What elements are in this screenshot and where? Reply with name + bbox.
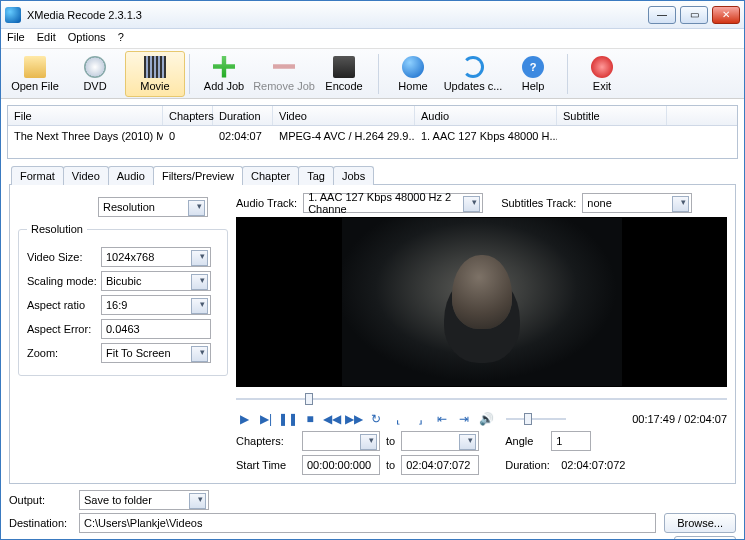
- destination-input[interactable]: C:\Users\Plankje\Videos: [79, 513, 656, 533]
- col-audio[interactable]: Audio: [415, 106, 557, 125]
- plus-icon: [213, 56, 235, 78]
- output-section: Output: Save to folder Destination: C:\U…: [9, 490, 736, 540]
- title-bar: XMedia Recode 2.3.1.3 — ▭ ✕: [1, 1, 744, 29]
- zoom-select[interactable]: Fit To Screen: [101, 343, 211, 363]
- col-file[interactable]: File: [8, 106, 163, 125]
- toolbar-separator: [189, 54, 190, 94]
- remove-job-button: Remove Job: [254, 51, 314, 97]
- resolution-group: Resolution Video Size:1024x768 Scaling m…: [18, 223, 228, 376]
- duration-label: Duration:: [505, 459, 555, 471]
- audio-track-select[interactable]: 1. AAC 127 Kbps 48000 Hz 2 Channe: [303, 193, 483, 213]
- tab-video[interactable]: Video: [63, 166, 109, 185]
- menu-help[interactable]: ?: [118, 31, 124, 46]
- preview-frame: [342, 218, 622, 386]
- disc-icon: [84, 56, 106, 78]
- tab-chapter[interactable]: Chapter: [242, 166, 299, 185]
- preview-area: Audio Track: 1. AAC 127 Kbps 48000 Hz 2 …: [236, 193, 727, 475]
- exit-button[interactable]: Exit: [572, 51, 632, 97]
- to-label: to: [386, 435, 395, 447]
- menu-bar: File Edit Options ?: [1, 29, 744, 49]
- volume-slider[interactable]: [506, 411, 566, 427]
- video-size-label: Video Size:: [27, 251, 101, 263]
- seek-slider[interactable]: [236, 391, 727, 405]
- scaling-select[interactable]: Bicubic: [101, 271, 211, 291]
- goto-in-icon[interactable]: ⇤: [434, 411, 450, 427]
- add-job-button[interactable]: Add Job: [194, 51, 254, 97]
- video-preview[interactable]: [236, 217, 727, 387]
- scaling-label: Scaling mode:: [27, 275, 101, 287]
- pause-icon[interactable]: ❚❚: [280, 411, 296, 427]
- movie-button[interactable]: Movie: [125, 51, 185, 97]
- close-button[interactable]: ✕: [712, 6, 740, 24]
- browse-button[interactable]: Browse...: [664, 513, 736, 533]
- aspect-select[interactable]: 16:9: [101, 295, 211, 315]
- film-icon: [144, 56, 166, 78]
- help-button[interactable]: ?Help: [503, 51, 563, 97]
- cell-chapters: 0: [163, 130, 213, 142]
- menu-options[interactable]: Options: [68, 31, 106, 46]
- cell-file: The Next Three Days (2010) MV4 NL ...: [8, 130, 163, 142]
- mark-in-icon[interactable]: ⸤: [390, 411, 406, 427]
- cell-audio: 1. AAC 127 Kbps 48000 H...: [415, 130, 557, 142]
- toolbar: Open File DVD Movie Add Job Remove Job E…: [1, 49, 744, 99]
- chapters-label: Chapters:: [236, 435, 296, 447]
- destination-label: Destination:: [9, 517, 71, 529]
- col-subtitle[interactable]: Subtitle: [557, 106, 667, 125]
- tab-filters[interactable]: Filters/Preview: [153, 166, 243, 185]
- menu-edit[interactable]: Edit: [37, 31, 56, 46]
- minimize-button[interactable]: —: [648, 6, 676, 24]
- time-display: 00:17:49 / 02:04:07: [632, 413, 727, 425]
- aspect-label: Aspect ratio: [27, 299, 101, 311]
- folder-open-icon: [24, 56, 46, 78]
- open-button[interactable]: Open...: [674, 536, 736, 540]
- tab-jobs[interactable]: Jobs: [333, 166, 374, 185]
- file-row[interactable]: The Next Three Days (2010) MV4 NL ... 0 …: [8, 126, 737, 146]
- player-controls: ▶ ▶| ❚❚ ■ ◀◀ ▶▶ ↻ ⸤ ⸥ ⇤ ⇥ 🔊 00:17:49 / 0…: [236, 411, 727, 427]
- play-icon[interactable]: ▶: [236, 411, 252, 427]
- filters-left: Resolution Resolution Video Size:1024x76…: [18, 193, 228, 475]
- end-time-input[interactable]: 02:04:07:072: [401, 455, 479, 475]
- volume-icon[interactable]: 🔊: [478, 411, 494, 427]
- forward-icon[interactable]: ▶▶: [346, 411, 362, 427]
- chapter-from-select[interactable]: [302, 431, 380, 451]
- start-time-label: Start Time: [236, 459, 296, 471]
- mark-out-icon[interactable]: ⸥: [412, 411, 428, 427]
- help-icon: ?: [522, 56, 544, 78]
- resolution-legend: Resolution: [27, 223, 87, 235]
- output-mode-select[interactable]: Save to folder: [79, 490, 209, 510]
- angle-input[interactable]: 1: [551, 431, 591, 451]
- to-label-2: to: [386, 459, 395, 471]
- aspect-error-input[interactable]: 0.0463: [101, 319, 211, 339]
- app-icon: [5, 7, 21, 23]
- home-button[interactable]: Home: [383, 51, 443, 97]
- goto-out-icon[interactable]: ⇥: [456, 411, 472, 427]
- filters-panel: Resolution Resolution Video Size:1024x76…: [9, 184, 736, 484]
- maximize-button[interactable]: ▭: [680, 6, 708, 24]
- chapter-to-select[interactable]: [401, 431, 479, 451]
- cell-duration: 02:04:07: [213, 130, 273, 142]
- start-time-input[interactable]: 00:00:00:000: [302, 455, 380, 475]
- tab-audio[interactable]: Audio: [108, 166, 154, 185]
- col-duration[interactable]: Duration: [213, 106, 273, 125]
- rewind-icon[interactable]: ◀◀: [324, 411, 340, 427]
- open-file-button[interactable]: Open File: [5, 51, 65, 97]
- loop-icon[interactable]: ↻: [368, 411, 384, 427]
- encode-button[interactable]: Encode: [314, 51, 374, 97]
- filter-type-select[interactable]: Resolution: [98, 197, 208, 217]
- subtitle-track-label: Subtitles Track:: [501, 197, 576, 209]
- zoom-label: Zoom:: [27, 347, 101, 359]
- col-video[interactable]: Video: [273, 106, 415, 125]
- video-size-select[interactable]: 1024x768: [101, 247, 211, 267]
- menu-file[interactable]: File: [7, 31, 25, 46]
- file-list[interactable]: File Chapters Duration Video Audio Subti…: [7, 105, 738, 159]
- updates-button[interactable]: Updates c...: [443, 51, 503, 97]
- minus-icon: [273, 56, 295, 78]
- subtitle-track-select[interactable]: none: [582, 193, 692, 213]
- next-frame-icon[interactable]: ▶|: [258, 411, 274, 427]
- stop-icon[interactable]: ■: [302, 411, 318, 427]
- col-chapters[interactable]: Chapters: [163, 106, 213, 125]
- tab-format[interactable]: Format: [11, 166, 64, 185]
- tab-tag[interactable]: Tag: [298, 166, 334, 185]
- dvd-button[interactable]: DVD: [65, 51, 125, 97]
- angle-label: Angle: [505, 435, 545, 447]
